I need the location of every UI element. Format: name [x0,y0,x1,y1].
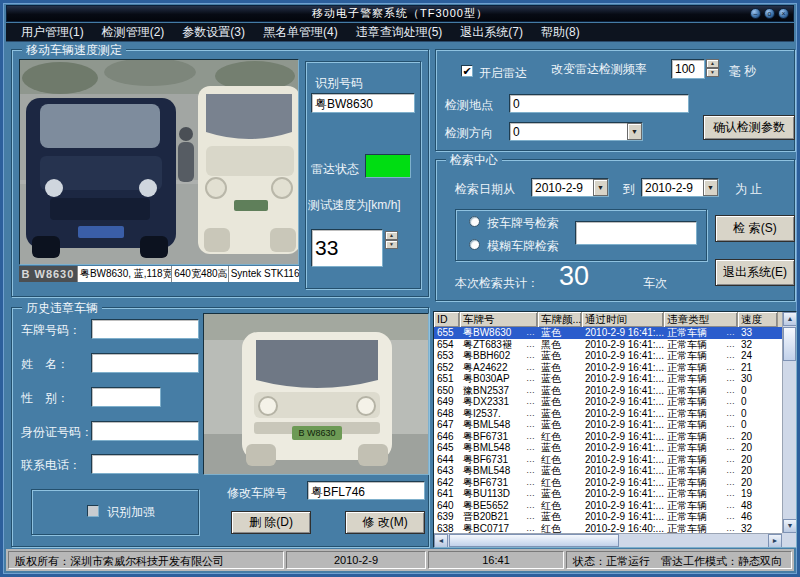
spin-down-icon[interactable]: ▼ [385,240,398,249]
caption-device: Syntek STK116 [228,266,299,282]
table-row[interactable]: 654粤ZT683褪黑色2010-2-9 16:41:...正常车辆32 [434,339,782,351]
menu-item-7[interactable]: 帮助(8) [532,24,589,41]
vertical-scrollbar[interactable]: ▲ ▼ [782,312,796,533]
table-row[interactable]: 647粤BML548蓝色2010-2-9 16:41:...正常车辆0 [434,419,782,431]
table-cell: 正常车辆 [664,523,738,534]
history-field-input[interactable] [91,387,161,407]
location-field[interactable]: 0 [509,94,689,113]
menu-item-4[interactable]: 黑名单管理(4) [254,24,347,41]
table-cell: 蓝色 [538,396,582,408]
table-cell: 20 [738,454,778,466]
freq-field[interactable]: 100 [671,59,705,79]
menu-item-5[interactable]: 违章查询处理(5) [347,24,452,41]
table-row[interactable]: 638粤BC0717红色2010-2-9 16:40:...正常车辆32 [434,523,782,534]
speed-spin-buttons[interactable]: ▲ ▼ [385,231,398,249]
table-row[interactable]: 639晋B20B21蓝色2010-2-9 16:41:...正常车辆46 [434,511,782,523]
table-cell: 粤BF6731 [460,454,538,466]
spin-up-icon[interactable]: ▲ [385,231,398,240]
table-cell: 21 [738,362,778,374]
table-cell: 蓝色 [538,385,582,397]
chevron-down-icon[interactable]: ▼ [593,179,608,196]
table-row[interactable]: 655粤BW8630蓝色2010-2-9 16:41:...正常车辆33 [434,327,782,339]
table-cell: 2010-2-9 16:41:... [582,339,664,351]
menu-item-6[interactable]: 退出系统(7) [451,24,532,41]
history-field-label: 联系电话： [21,457,81,474]
table-row[interactable]: 644粤BF6731红色2010-2-9 16:41:...正常车辆20 [434,454,782,466]
column-header[interactable]: 通过时间 [582,312,664,327]
column-header[interactable]: ID [434,312,460,327]
spin-up-icon[interactable]: ▲ [706,59,719,68]
delete-button[interactable]: 删 除(D) [231,511,311,534]
minimize-icon[interactable]: – [750,8,761,19]
menu-item-3[interactable]: 参数设置(3) [173,24,254,41]
confirm-params-button[interactable]: 确认检测参数 [703,115,795,140]
table-cell: 641 [434,488,460,500]
table-cell: 粤B030AP [460,373,538,385]
table-cell: 正常车辆 [664,511,738,523]
enable-radar-checkbox[interactable]: ✔ [461,65,473,77]
search-by-plate-radio[interactable] [469,216,480,227]
scroll-left-icon[interactable]: ◄ [434,534,448,548]
table-cell: 蓝色 [538,408,582,420]
scroll-right-icon[interactable]: ► [768,534,782,548]
table-row[interactable]: 646粤BF6731红色2010-2-9 16:41:...正常车辆20 [434,431,782,443]
test-speed-value[interactable]: 33 [311,229,383,267]
table-cell: 2010-2-9 16:41:... [582,408,664,420]
column-header[interactable]: 车牌号 [460,312,538,327]
direction-dropdown[interactable]: 0 [509,122,643,141]
table-header-row[interactable]: ID车牌号车牌颜...通过时间违章类型速度 [434,312,782,327]
search-button[interactable]: 检 索(S) [715,215,795,242]
maximize-icon[interactable]: o [764,8,775,19]
scroll-down-icon[interactable]: ▼ [783,519,797,533]
enhance-checkbox[interactable] [87,505,99,517]
title-bar[interactable]: 移动电子警察系统（TF3000型） – o × [6,5,794,22]
table-cell: 粤BC0717 [460,523,538,534]
table-cell: 2010-2-9 16:41:... [582,431,664,443]
exit-system-button[interactable]: 退出系统(E) [715,259,795,286]
table-row[interactable]: 648粤I2537.蓝色2010-2-9 16:41:...正常车辆0 [434,408,782,420]
column-header[interactable]: 违章类型 [664,312,738,327]
chevron-down-icon[interactable]: ▼ [627,123,642,140]
table-cell: 正常车辆 [664,431,738,443]
table-row[interactable]: 649粤DX2331蓝色2010-2-9 16:41:...正常车辆0 [434,396,782,408]
results-table[interactable]: ID车牌号车牌颜...通过时间违章类型速度 655粤BW8630蓝色2010-2… [433,311,797,548]
table-row[interactable]: 641粤BU113D蓝色2010-2-9 16:41:...正常车辆19 [434,488,782,500]
table-row[interactable]: 650豫BN2537蓝色2010-2-9 16:41:...正常车辆0 [434,385,782,397]
history-field-label: 身份证号码： [21,424,93,441]
table-cell: 粤ZT683褪 [460,339,538,351]
table-row[interactable]: 645粤BML548蓝色2010-2-9 16:41:...正常车辆20 [434,442,782,454]
table-cell: 2010-2-9 16:40:... [582,523,664,534]
history-field-input[interactable] [91,454,199,474]
table-row[interactable]: 643粤BML548蓝色2010-2-9 16:41:...正常车辆20 [434,465,782,477]
freq-spin-buttons[interactable]: ▲ ▼ [706,59,719,77]
menu-item-1[interactable]: 用户管理(1) [12,24,93,41]
column-header[interactable]: 速度 [738,312,778,327]
history-field-input[interactable] [91,319,199,339]
test-speed-spinner[interactable]: 33 ▲ ▼ [311,229,383,267]
fuzzy-search-label: 模糊车牌检索 [487,238,559,255]
close-icon[interactable]: × [778,8,789,19]
menu-item-2[interactable]: 检测管理(2) [93,24,174,41]
enhance-label: 识别加强 [107,504,155,521]
table-row[interactable]: 642粤BF6731红色2010-2-9 16:41:...正常车辆20 [434,477,782,489]
recognition-number-field[interactable]: 粤BW8630 [311,93,415,113]
horizontal-scroll-thumb[interactable] [449,534,619,547]
horizontal-scrollbar[interactable]: ◄ ► [434,533,782,547]
table-row[interactable]: 651粤B030AP蓝色2010-2-9 16:41:...正常车辆30 [434,373,782,385]
column-header[interactable]: 车牌颜... [538,312,582,327]
plate-query-field[interactable] [575,221,697,245]
table-row[interactable]: 652粤A24622蓝色2010-2-9 16:41:...正常车辆21 [434,362,782,374]
fuzzy-search-radio[interactable] [469,239,480,250]
modify-plate-field[interactable]: 粤BFL746 [307,481,425,500]
history-field-input[interactable] [91,421,199,441]
history-field-input[interactable] [91,353,199,373]
table-cell: 647 [434,419,460,431]
vertical-scroll-thumb[interactable] [783,327,796,361]
table-row[interactable]: 640粤BE5652红色2010-2-9 16:41:...正常车辆48 [434,500,782,512]
table-cell: 20 [738,431,778,443]
chevron-down-icon[interactable]: ▼ [703,179,718,196]
table-row[interactable]: 653粤BBH602蓝色2010-2-9 16:41:...正常车辆24 [434,350,782,362]
scroll-up-icon[interactable]: ▲ [783,312,797,326]
spin-down-icon[interactable]: ▼ [706,68,719,77]
modify-button[interactable]: 修 改(M) [345,511,425,534]
